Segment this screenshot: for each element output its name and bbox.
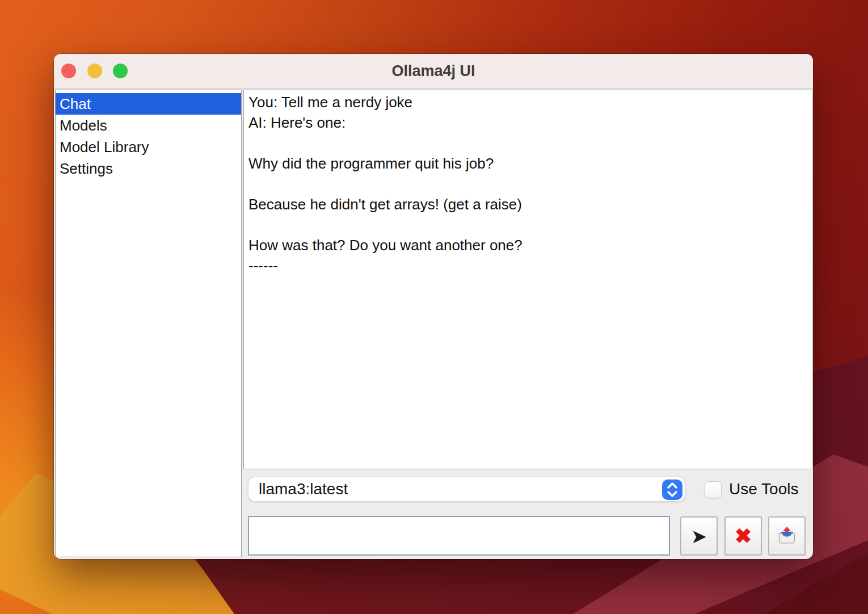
send-arrow-icon: ➤ xyxy=(691,527,707,546)
model-selector-value: llama3:latest xyxy=(259,477,348,501)
chat-transcript-area[interactable]: You: Tell me a nerdy joke AI: Here's one… xyxy=(243,90,812,469)
send-button[interactable]: ➤ xyxy=(680,516,718,556)
sidebar-item-chat[interactable]: Chat xyxy=(56,93,241,115)
sidebar-nav-list: Chat Models Model Library Settings xyxy=(55,90,242,557)
use-tools-label: Use Tools xyxy=(729,477,798,502)
red-x-icon: ✖ xyxy=(735,526,752,546)
app-window: Ollama4j UI Chat Models Model Library Se… xyxy=(54,54,813,559)
sidebar-item-model-library[interactable]: Model Library xyxy=(56,136,241,158)
export-button[interactable] xyxy=(768,516,806,556)
window-title: Ollama4j UI xyxy=(54,54,813,88)
sidebar-item-models[interactable]: Models xyxy=(56,115,241,136)
sidebar-item-settings[interactable]: Settings xyxy=(56,158,241,179)
tray-upload-icon xyxy=(776,524,798,548)
use-tools-checkbox[interactable] xyxy=(705,481,722,498)
model-selector-dropdown[interactable]: llama3:latest xyxy=(248,477,685,502)
message-input[interactable] xyxy=(248,516,670,556)
titlebar[interactable]: Ollama4j UI xyxy=(54,54,813,89)
cancel-button[interactable]: ✖ xyxy=(724,516,762,556)
updown-chevrons-icon xyxy=(662,480,682,500)
